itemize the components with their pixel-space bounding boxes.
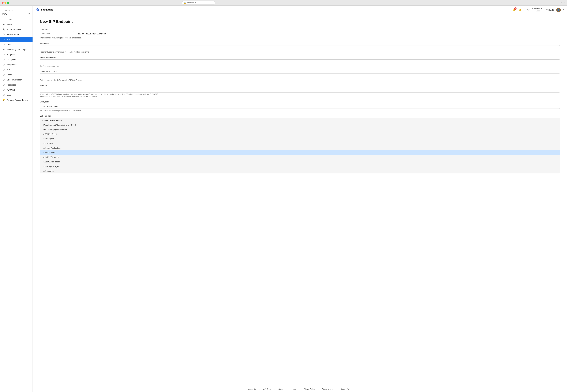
re-enter-password-label: Re-Enter Password	[40, 56, 560, 58]
maximize-window-dot[interactable]	[7, 2, 9, 4]
close-window-dot[interactable]	[2, 2, 4, 4]
caller-id-label: Caller ID - Optional	[40, 70, 560, 73]
call-handler-dropdown: ✓ Use Default Setting Passthrough (Allow…	[40, 118, 560, 173]
sidebar-item-api[interactable]: ⬡ API	[0, 67, 32, 72]
support-tier-label: SUPPORT TIER	[532, 8, 544, 10]
address-bar[interactable]: 🔒 dev.swire.io	[182, 1, 215, 4]
encryption-label: Encryption	[40, 101, 560, 103]
encryption-select-wrapper: Use Default Setting	[40, 104, 560, 109]
footer-separator: ·	[336, 388, 337, 390]
sidebar-item-usage[interactable]: ⬡ Usage	[0, 72, 32, 77]
check-icon	[42, 170, 43, 172]
page-title: New SIP Endpoint	[40, 19, 560, 24]
option-label: Passthrough (Allow dialing to PSTN)	[43, 124, 76, 126]
footer-link-guides[interactable]: Guides	[278, 388, 284, 390]
logs-icon: ⬡	[2, 94, 5, 96]
sidebar-item-sip[interactable]: ⬡ SIP	[0, 37, 32, 42]
project-switch-icon[interactable]: ⇄	[28, 13, 30, 15]
content-area: New SIP Endpoint Username @dev-8f54ad90a…	[33, 14, 567, 386]
notification-bell[interactable]: 🔔 2	[512, 8, 516, 12]
check-icon	[42, 133, 43, 135]
sidebar-item-laml[interactable]: ⬡ LaML	[0, 42, 32, 47]
sidebar-item-logs[interactable]: ⬡ Logs	[0, 92, 32, 98]
call-handler-option-call-flow[interactable]: a Call Flow	[40, 141, 560, 146]
signalwire-logo-icon	[36, 8, 40, 12]
footer-link-about-us[interactable]: About Us	[248, 388, 256, 390]
call-handler-option-laml-webhook[interactable]: a LaML Webhook	[40, 155, 560, 159]
address-text: dev.swire.io	[187, 2, 196, 4]
call-handler-option-dialogflow-agent[interactable]: a Dialogflow Agent	[40, 164, 560, 169]
sidebar-project-section: Project PUC ⇄	[0, 6, 32, 16]
add-tab-icon[interactable]: +	[564, 2, 565, 4]
header-actions: 🔔 2 🔔 ? Help SUPPORT TIER Basic $580.20 …	[512, 8, 564, 12]
ai-agents-icon: ⬡	[2, 53, 5, 56]
check-icon	[42, 156, 43, 158]
help-button[interactable]: ? Help	[524, 9, 530, 11]
sidebar-item-integrations[interactable]: ⬡ Integrations	[0, 62, 32, 67]
sidebar-item-phone-numbers[interactable]: 📞 Phone Numbers	[0, 27, 32, 32]
footer-link-api-docs[interactable]: API Docs	[263, 388, 271, 390]
footer-link-terms-of-use[interactable]: Terms of Use	[322, 388, 333, 390]
re-enter-password-input[interactable]	[40, 59, 560, 64]
sidebar-item-call-flow-builder[interactable]: ⬡ Call Flow Builder	[0, 77, 32, 82]
sidebar-item-puc-web[interactable]: ⬡ PUC Web	[0, 87, 32, 92]
username-input[interactable]	[40, 31, 74, 36]
check-icon	[42, 129, 43, 131]
sidebar-item-label: Home	[7, 18, 12, 20]
send-as-group: Send As When dialing a PSTN phone number…	[40, 84, 560, 98]
video-icon: ▶	[2, 23, 5, 25]
footer-link-legal[interactable]: Legal	[292, 388, 296, 390]
sidebar-item-relay-swml[interactable]: ⬡ Relay / SWML	[0, 32, 32, 37]
notification-count: 2	[514, 7, 516, 10]
support-tier-value: Basic	[532, 10, 544, 12]
lock-icon: 🔒	[184, 2, 186, 4]
resources-icon: ⬡	[2, 84, 5, 86]
user-avatar[interactable]: 👤	[556, 8, 561, 12]
call-handler-option-resource[interactable]: a Resource	[40, 169, 560, 173]
sidebar-item-label: Call Flow Builder	[7, 79, 22, 81]
sidebar-item-video[interactable]: ▶ Video	[0, 22, 32, 27]
sidebar-item-label: Messaging Campaigns	[7, 48, 27, 51]
sidebar-item-label: Phone Numbers	[7, 28, 21, 30]
send-as-select[interactable]	[40, 88, 560, 93]
sidebar-nav: ⌂ Home ▶ Video 📞 Phone Numbers ⬡ Relay /…	[0, 16, 32, 392]
call-handler-option-video-room[interactable]: a Video Room	[40, 150, 560, 155]
option-label: a Relay Application	[43, 147, 60, 149]
username-row: @dev-8f54ad90a3d2.sip.swire.io	[40, 31, 560, 36]
send-as-label: Send As	[40, 84, 560, 87]
browser-bar: 🔒 dev.swire.io ⬆ +	[0, 0, 567, 6]
caller-id-input[interactable]	[40, 73, 560, 78]
call-handler-option-passthrough-block[interactable]: Passthrough (Block PSTN)	[40, 127, 560, 132]
option-label: Use Default Setting	[44, 119, 62, 122]
help-label: Help	[525, 9, 530, 11]
password-hint: Password used to authenticate your endpo…	[40, 51, 560, 53]
minimize-window-dot[interactable]	[4, 2, 6, 4]
footer-link-privacy-policy[interactable]: Privacy Policy	[304, 388, 315, 390]
account-chevron-icon[interactable]: ▾	[563, 9, 564, 11]
sidebar-item-label: Personal Access Tokens	[7, 99, 28, 101]
sidebar-item-messaging-campaigns[interactable]: ✉ Messaging Campaigns	[0, 47, 32, 52]
check-icon: ✓	[42, 119, 43, 122]
sidebar-item-personal-access-tokens[interactable]: 🔑 Personal Access Tokens	[0, 98, 32, 102]
call-handler-option-relay-application[interactable]: a Relay Application	[40, 146, 560, 150]
sidebar-item-dialogflow[interactable]: ⬡ Dialogflow	[0, 57, 32, 62]
footer-link-cookie-policy[interactable]: Cookie Policy	[340, 388, 351, 390]
sidebar-item-resources[interactable]: ⬡ Resources	[0, 82, 32, 87]
sidebar-item-home[interactable]: ⌂ Home	[0, 17, 32, 22]
sidebar-item-ai-agents[interactable]: ⬡ AI Agents	[0, 52, 32, 57]
browser-actions: ⬆ +	[560, 2, 565, 4]
sidebar-item-label: Integrations	[7, 64, 17, 66]
call-handler-option-laml-application[interactable]: a LaML Application	[40, 159, 560, 164]
sidebar-project-label: Project	[2, 7, 30, 13]
option-label: a SWML Script	[43, 133, 57, 135]
call-handler-option-ai-agent[interactable]: an AI Agent	[40, 137, 560, 141]
call-handler-option-use-default-setting[interactable]: ✓ Use Default Setting	[40, 118, 560, 123]
password-input[interactable]	[40, 45, 560, 50]
share-icon[interactable]: ⬆	[560, 2, 562, 4]
check-icon	[42, 147, 43, 149]
option-label: a Video Room	[43, 152, 56, 154]
call-handler-option-swml-script[interactable]: a SWML Script	[40, 132, 560, 137]
alarm-icon[interactable]: 🔔	[519, 8, 522, 11]
encryption-select[interactable]: Use Default Setting	[40, 104, 560, 109]
call-handler-option-passthrough-allow[interactable]: Passthrough (Allow dialing to PSTN)	[40, 123, 560, 127]
